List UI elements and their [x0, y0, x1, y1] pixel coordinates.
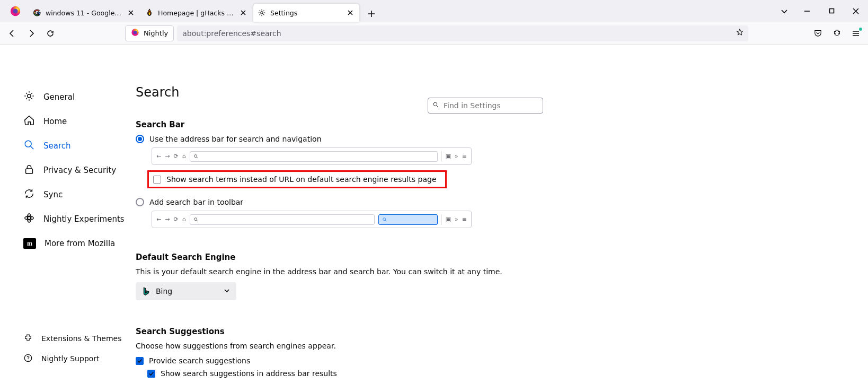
sidebar-label: Nightly Experiments: [43, 214, 125, 224]
tab-google-search[interactable]: windows 11 - Google Search: [29, 4, 140, 22]
radio-label: Use the address bar for search and navig…: [149, 135, 322, 143]
preferences-page: General Home Search Privacy & Security S…: [0, 45, 868, 392]
preview-search-box: [378, 214, 438, 225]
search-icon: [23, 139, 35, 153]
sync-icon: [23, 188, 35, 202]
help-icon: [23, 353, 33, 364]
address-bar-preview: ← → ⟳ ⌂ ▣ » ≡: [152, 147, 472, 165]
close-window-button[interactable]: [844, 0, 868, 22]
section-default-engine: Default Search Engine: [136, 252, 868, 262]
window-controls: [795, 0, 868, 22]
bookmark-star-icon[interactable]: [736, 28, 744, 38]
svg-point-16: [383, 217, 385, 220]
tab-settings[interactable]: Settings: [253, 4, 359, 22]
section-search-bar: Search Bar: [136, 120, 868, 129]
svg-rect-8: [26, 169, 33, 173]
suggestions-desc: Choose how suggestions from search engin…: [136, 342, 868, 350]
sidebar-label: Nightly Support: [41, 354, 100, 363]
url-bar[interactable]: about:preferences#search: [177, 25, 748, 41]
mozilla-icon: m: [23, 238, 36, 249]
checkbox-label: Show search terms instead of URL on defa…: [166, 175, 437, 184]
back-icon: ←: [156, 153, 161, 160]
default-engine-select[interactable]: Bing: [136, 282, 236, 300]
sidebar-item-search[interactable]: Search: [21, 134, 129, 158]
sidebar-label: General: [43, 92, 75, 102]
svg-point-9: [28, 216, 31, 220]
chevron-down-icon: [224, 287, 230, 295]
list-all-tabs-button[interactable]: [774, 7, 795, 15]
app-menu-button[interactable]: [848, 25, 864, 41]
identity-label: Nightly: [144, 29, 168, 37]
svg-point-7: [25, 141, 31, 147]
preferences-sidebar: General Home Search Privacy & Security S…: [0, 45, 129, 392]
extensions-icon[interactable]: [829, 25, 845, 41]
firefox-logo-icon: [8, 4, 22, 18]
radio-off-icon: [136, 198, 144, 206]
sidebar-label: Sync: [43, 190, 63, 199]
preferences-main: Find in Settings Search Search Bar Use t…: [129, 45, 868, 392]
new-tab-button[interactable]: [364, 6, 379, 22]
puzzle-icon: [23, 333, 33, 344]
sidebar-label: Extensions & Themes: [41, 334, 121, 343]
reload-icon: ⟳: [173, 216, 178, 223]
sidebar-icon: ▣: [446, 216, 451, 223]
firefox-small-icon: [131, 28, 139, 38]
checkbox-suggestions-in-urlbar[interactable]: Show search suggestions in address bar r…: [147, 369, 868, 378]
identity-box[interactable]: Nightly: [125, 25, 174, 41]
tab-title: windows 11 - Google Search: [46, 9, 123, 17]
sidebar-icon: ▣: [446, 153, 451, 160]
sidebar-item-support[interactable]: Nightly Support: [21, 349, 129, 369]
tab-ghacks[interactable]: Homepage | gHacks Technolog: [141, 4, 252, 22]
close-icon[interactable]: [346, 8, 355, 18]
sidebar-item-mozilla[interactable]: m More from Mozilla: [21, 231, 129, 256]
home-icon: ⌂: [182, 216, 186, 223]
checkbox-provide-suggestions[interactable]: Provide search suggestions: [136, 356, 868, 365]
chevrons-icon: »: [455, 153, 458, 160]
gear-icon: [258, 8, 266, 17]
lock-icon: [23, 163, 35, 177]
minimize-button[interactable]: [795, 0, 819, 22]
sidebar-item-experiments[interactable]: Nightly Experiments: [21, 207, 129, 231]
forward-icon: →: [165, 153, 170, 160]
google-favicon-icon: [33, 8, 41, 17]
close-icon[interactable]: [238, 8, 248, 18]
reload-button[interactable]: [42, 25, 58, 41]
sidebar-item-sync[interactable]: Sync: [21, 182, 129, 207]
forward-icon: →: [165, 216, 170, 223]
bing-icon: [142, 287, 150, 295]
maximize-button[interactable]: [819, 0, 844, 22]
checkbox-label: Show search suggestions in address bar r…: [161, 369, 337, 378]
sidebar-label: Search: [43, 141, 71, 151]
toolbar-searchbar-preview: ← → ⟳ ⌂ ▣ » ≡: [152, 211, 472, 228]
svg-point-6: [28, 94, 31, 98]
svg-rect-3: [829, 9, 834, 13]
section-search-suggestions: Search Suggestions: [136, 327, 868, 336]
tab-title: Settings: [270, 9, 342, 17]
find-in-settings-input[interactable]: Find in Settings: [428, 98, 543, 114]
forward-button[interactable]: [23, 25, 39, 41]
sidebar-item-extensions[interactable]: Extensions & Themes: [21, 328, 129, 349]
radio-label: Add search bar in toolbar: [149, 198, 243, 206]
menu-icon: ≡: [462, 216, 467, 223]
sidebar-item-privacy[interactable]: Privacy & Security: [21, 158, 129, 182]
url-text: about:preferences#search: [182, 29, 281, 38]
checkbox-label: Provide search suggestions: [149, 356, 250, 365]
back-button[interactable]: [4, 25, 20, 41]
svg-point-2: [261, 12, 263, 14]
engine-name: Bing: [156, 287, 172, 295]
radio-add-search-bar[interactable]: Add search bar in toolbar: [136, 198, 868, 206]
sidebar-item-general[interactable]: General: [21, 85, 129, 109]
nav-toolbar: Nightly about:preferences#search: [0, 22, 868, 45]
checkbox-show-search-terms[interactable]: Show search terms instead of URL on defa…: [147, 170, 447, 188]
search-placeholder: Find in Settings: [444, 101, 501, 110]
default-engine-desc: This is your default search engine in th…: [136, 267, 868, 276]
close-icon[interactable]: [126, 8, 136, 18]
svg-point-13: [433, 102, 437, 106]
preview-url-box: [190, 214, 375, 225]
svg-point-5: [134, 31, 137, 34]
sidebar-label: More from Mozilla: [45, 239, 115, 248]
pocket-icon[interactable]: [810, 25, 826, 41]
radio-use-address-bar[interactable]: Use the address bar for search and navig…: [136, 135, 868, 143]
sidebar-item-home[interactable]: Home: [21, 109, 129, 134]
sidebar-label: Home: [43, 117, 67, 126]
